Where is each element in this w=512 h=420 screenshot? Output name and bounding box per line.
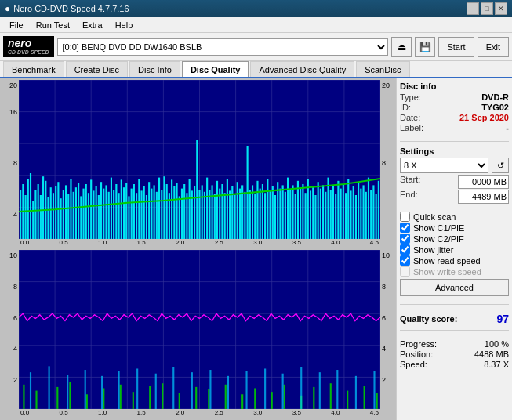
end-input[interactable]	[458, 190, 509, 204]
minimize-button[interactable]: ─	[467, 2, 479, 15]
svg-rect-144	[340, 189, 342, 239]
svg-rect-152	[360, 189, 361, 239]
svg-rect-94	[214, 194, 216, 239]
svg-rect-147	[347, 179, 349, 239]
svg-rect-91	[206, 178, 208, 239]
svg-rect-28	[47, 197, 49, 239]
disc-id-label: ID:	[400, 103, 411, 112]
svg-rect-81	[181, 189, 183, 239]
tab-scandisc[interactable]: ScanDisc	[356, 61, 409, 77]
svg-rect-133	[312, 186, 314, 239]
svg-rect-61	[131, 189, 133, 239]
svg-rect-26	[42, 176, 44, 239]
start-button[interactable]: Start	[438, 37, 474, 57]
svg-rect-103	[237, 182, 238, 239]
svg-rect-180	[69, 382, 71, 409]
top-chart-y-right: 20 8	[380, 80, 394, 239]
svg-rect-125	[292, 185, 293, 239]
disc-date-row: Date: 21 Sep 2020	[400, 113, 509, 122]
show-jitter-label: Show jitter	[413, 245, 453, 255]
disc-type-label: Type:	[400, 92, 421, 102]
menu-file[interactable]: File	[3, 19, 30, 31]
speed-row-prog: Speed: 8.37 X	[400, 360, 509, 369]
show-c2pif-checkbox[interactable]	[400, 234, 410, 244]
svg-rect-184	[133, 392, 134, 409]
tab-disc-quality[interactable]: Disc Quality	[182, 61, 249, 77]
eject-icon[interactable]: ⏏	[391, 37, 412, 57]
exit-button[interactable]: Exit	[478, 37, 509, 57]
svg-rect-25	[40, 195, 42, 239]
svg-rect-63	[136, 193, 137, 239]
svg-rect-89	[202, 185, 203, 239]
svg-rect-62	[133, 184, 135, 239]
show-write-speed-row: Show write speed	[400, 266, 509, 277]
svg-rect-73	[161, 190, 162, 239]
svg-rect-186	[162, 383, 163, 409]
svg-rect-216	[300, 368, 302, 409]
svg-rect-120	[279, 189, 281, 239]
svg-rect-21	[30, 173, 31, 239]
svg-rect-115	[267, 179, 268, 239]
tab-benchmark[interactable]: Benchmark	[3, 61, 64, 77]
drive-selector[interactable]: [0:0] BENQ DVD DD DW1640 BSLB	[57, 38, 389, 56]
svg-rect-78	[173, 186, 175, 239]
tab-disc-info[interactable]: Disc Info	[129, 61, 180, 77]
maximize-button[interactable]: □	[481, 2, 493, 15]
svg-rect-90	[204, 192, 205, 239]
speed-selector[interactable]: 8 X 4 X 2 X 1 X Maximum	[400, 158, 488, 173]
show-write-speed-checkbox[interactable]	[400, 266, 410, 277]
svg-rect-72	[158, 178, 160, 239]
svg-rect-155	[368, 178, 369, 239]
tab-create-disc[interactable]: Create Disc	[66, 61, 128, 77]
svg-rect-196	[313, 387, 314, 409]
svg-rect-65	[140, 190, 142, 239]
app-icon: ●	[5, 3, 10, 14]
title-bar: ● Nero CD-DVD Speed 4.7.7.16 ─ □ ✕	[0, 0, 512, 17]
disc-info-section: Disc info Type: DVD-R ID: TYG02 Date: 21…	[400, 81, 509, 133]
disc-type-value: DVD-R	[481, 92, 509, 102]
quick-scan-checkbox[interactable]	[400, 212, 410, 222]
menu-help[interactable]: Help	[109, 19, 140, 31]
nero-logo: nero CD·DVD SPEED	[3, 36, 54, 57]
close-button[interactable]: ✕	[495, 2, 507, 15]
refresh-button[interactable]: ↺	[492, 158, 509, 173]
svg-rect-34	[63, 190, 64, 239]
menu-run-test[interactable]: Run Test	[30, 19, 76, 31]
svg-rect-207	[136, 368, 138, 409]
show-c1pie-checkbox[interactable]	[400, 223, 410, 233]
quality-score-label: Quality score:	[400, 314, 457, 324]
svg-rect-95	[216, 181, 218, 239]
svg-rect-198	[347, 391, 348, 409]
show-c2pif-row: Show C2/PIF	[400, 234, 509, 244]
svg-rect-141	[332, 185, 334, 239]
svg-rect-118	[274, 195, 276, 239]
svg-rect-82	[183, 184, 185, 239]
show-read-speed-checkbox[interactable]	[400, 255, 410, 266]
speed-label: Speed:	[400, 360, 427, 369]
bottom-chart-container: 10 8 6 4 2	[2, 250, 394, 409]
svg-rect-126	[295, 194, 296, 239]
svg-rect-83	[186, 193, 187, 239]
disc-label-label: Label:	[400, 123, 423, 132]
svg-rect-53	[111, 178, 112, 239]
svg-rect-17	[20, 190, 21, 239]
svg-rect-20	[27, 179, 29, 239]
svg-rect-35	[65, 185, 67, 239]
svg-rect-121	[282, 185, 284, 239]
svg-rect-153	[362, 185, 364, 239]
tab-advanced-disc-quality[interactable]: Advanced Disc Quality	[250, 61, 354, 77]
menu-extra[interactable]: Extra	[76, 19, 109, 31]
checkboxes-section: Quick scan Show C1/PIE Show C2/PIF Show …	[400, 211, 509, 296]
svg-rect-201	[30, 372, 31, 409]
svg-rect-197	[330, 383, 332, 409]
svg-rect-205	[101, 376, 103, 409]
svg-rect-132	[310, 190, 311, 239]
svg-rect-157	[372, 185, 374, 239]
start-input[interactable]	[458, 175, 509, 189]
show-jitter-checkbox[interactable]	[400, 244, 410, 255]
svg-rect-142	[335, 194, 336, 239]
advanced-button[interactable]: Advanced	[400, 279, 509, 296]
save-icon[interactable]: 💾	[415, 37, 435, 57]
disc-date-label: Date:	[400, 113, 420, 122]
top-chart-y-left: 20 16 8 4	[2, 80, 19, 239]
